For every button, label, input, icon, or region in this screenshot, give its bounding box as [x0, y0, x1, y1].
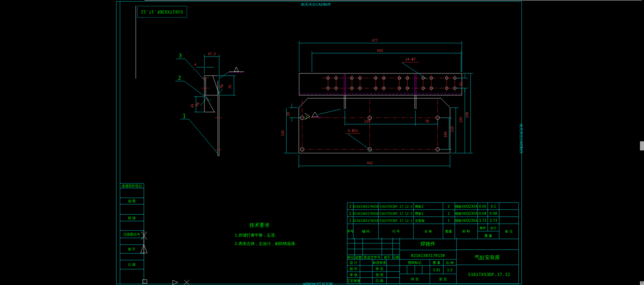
dim-24-phi7: 24-Φ7	[405, 58, 415, 61]
bom-cell: 撑板2	[415, 205, 424, 208]
watermark-top: 由天河云CAD制作	[301, 2, 331, 7]
rev-header-count: 处数	[355, 255, 362, 259]
margin-label-signature: 签 字	[128, 247, 135, 251]
bom-cell: 1	[349, 219, 351, 222]
dim-32: 32	[459, 82, 463, 86]
front-view-linework: 2	[299, 73, 462, 153]
margin-label-borrowed-parts: 借通用件登记	[121, 184, 142, 188]
bom-header-note: 备 注	[505, 229, 513, 233]
margin-column: 借通用件登记 描 图 校 描 旧底图总号 签 字 日 期	[120, 183, 144, 284]
bom-cell: 0.08	[490, 212, 497, 215]
sign-check: 审 核	[350, 273, 357, 277]
weight-label: 重 量	[432, 261, 440, 264]
balloon-3: 3	[178, 52, 182, 59]
bom-cell: 3	[349, 205, 351, 208]
watermark-right: 由天河云CAD制作	[519, 123, 523, 154]
balloon-1: 1	[183, 113, 186, 119]
bom-header-seq: 序号	[347, 229, 354, 233]
weld-size-2: 2	[306, 115, 308, 119]
pages-no: 第 页	[439, 277, 447, 281]
sign-std-review: 标准审查	[372, 261, 386, 264]
bom-cell: 5161TXS3DF.17.12-1	[379, 219, 412, 222]
bom-header-total: 总计	[490, 226, 497, 230]
tech-req-title: 技术要求	[249, 222, 270, 228]
bom-cell: 02161303170430	[353, 205, 378, 208]
margin-label-tracing: 描 图	[128, 199, 135, 203]
sign-date: 日 期	[375, 279, 383, 283]
rev-header-docno: 更改文件号	[364, 255, 380, 259]
bom-header-weight: 重 量	[484, 234, 492, 238]
dim-r8-a: R8	[195, 102, 200, 107]
bom-header-name: 名 称	[424, 229, 432, 233]
drawing-number: 5161TXS3DF.17.12	[468, 272, 510, 277]
tech-req-line-1: 1.焊缝打磨平整，去渣.	[235, 233, 276, 238]
sign-process-review: 工艺审查	[347, 279, 360, 283]
margin-label-old-drawing-no: 旧底图总号	[123, 233, 140, 236]
margin-label-trace-check: 校 描	[127, 216, 135, 220]
dim-240: 240	[465, 112, 469, 118]
rev-header-sign: 签字	[384, 255, 391, 259]
dim-145: 145	[281, 130, 285, 136]
mark-label: 图样标记	[408, 261, 421, 264]
dim-100: 100	[444, 132, 447, 138]
bom-cell: 02161303170410	[353, 219, 378, 222]
bom-cell: 安装板	[415, 219, 425, 222]
bom-header-id: 代 号	[392, 229, 400, 233]
weight-value: 3.91	[433, 268, 440, 272]
scrollbar-down-button[interactable]: ▾	[640, 281, 644, 285]
drawing-sheet: 由天河云CAD制作 由天河云CAD制作 由天河云CAD制作 5161TXS3DF…	[0, 0, 644, 285]
corner-part-number-box: 5161TXS3DF.17.12	[137, 6, 187, 17]
bom-cell: 5161TXS3DF.17.12-3	[379, 205, 412, 208]
bom-cell: 02161303170420	[353, 212, 378, 215]
title-code: 02161303170130	[411, 253, 445, 258]
vertical-scrollbar-thumb[interactable]	[640, 141, 644, 150]
bom-cell: 钢板t4/Q235A	[455, 205, 478, 208]
bom-cell: 0.05	[479, 205, 486, 208]
bom-cell: 钢板t4/Q235A	[455, 219, 478, 222]
dim-47-5: 47.5	[208, 52, 216, 56]
fold-marks	[140, 230, 189, 285]
bom-cell: 2	[448, 205, 450, 208]
dim-78: 78	[425, 119, 429, 123]
technical-requirements: 技术要求 1.焊缝打磨平整，去渣. 2.表面去锈，去油污，刷防锈底漆.	[235, 222, 296, 246]
balloon-2: 2	[178, 75, 181, 81]
bom-cell: 0.04	[479, 212, 486, 215]
scale-label: 比 例	[446, 261, 453, 264]
scale-value: 1:3	[447, 268, 452, 272]
title-block: 标记 处数 更改文件号 签字 日期 设 计 标准审查 校 对 审 定 审 核 批…	[347, 238, 519, 284]
dim-45: 45	[191, 104, 194, 108]
dim-29: 29	[286, 112, 290, 116]
bom-cell: 2	[448, 212, 450, 215]
bom-header-material: 材 料	[462, 229, 470, 233]
assembly-type: 焊接件	[420, 241, 436, 247]
bom-header-qty: 数量	[445, 229, 452, 233]
dim-442: 442	[367, 161, 373, 165]
tech-req-line-2: 2.表面去锈，去油污，刷防锈底漆.	[235, 241, 296, 246]
dim-135: 135	[450, 126, 454, 132]
cad-application-canvas: 由天河云CAD制作 由天河云CAD制作 由天河云CAD制作 5161TXS3DF…	[0, 0, 644, 285]
sheet-frame	[116, 0, 642, 284]
sign-proof: 校 对	[349, 267, 357, 271]
dim-443: 443	[377, 49, 383, 52]
bom-cell: 1	[448, 219, 450, 222]
bom-header-code: 编 码	[362, 229, 369, 233]
watermark-bottom: 由天河云CAD制作	[303, 282, 333, 285]
rev-header-date: 日期	[393, 255, 399, 259]
bom-cell: 3.73	[479, 219, 486, 222]
bom-cell: 0.1	[491, 205, 496, 208]
sign-approve-review: 审 定	[375, 267, 383, 271]
sign-ratify: 批 准	[375, 273, 383, 277]
bom-cell: 5161TXS3DF.17.12-2	[379, 212, 412, 215]
rev-header-mark: 标记	[347, 255, 354, 259]
side-view-linework	[201, 67, 244, 156]
sign-design: 设 计	[349, 261, 357, 264]
dim-r8-b: R8	[219, 83, 224, 89]
top-plate-holes	[327, 75, 456, 92]
dim-76: 76	[228, 85, 232, 89]
dim-477: 477	[372, 39, 378, 42]
bom-cell: 3.73	[490, 219, 497, 222]
margin-label-date: 日 期	[128, 263, 135, 266]
front-view-dimensions: 477 443 24-Φ7 32 195 240 135 100 224 78	[281, 39, 473, 168]
side-view-dimensions: 47.5 4 76 45 R8 R8 3 2 1	[175, 52, 236, 154]
bom-cell: 2	[349, 212, 351, 215]
